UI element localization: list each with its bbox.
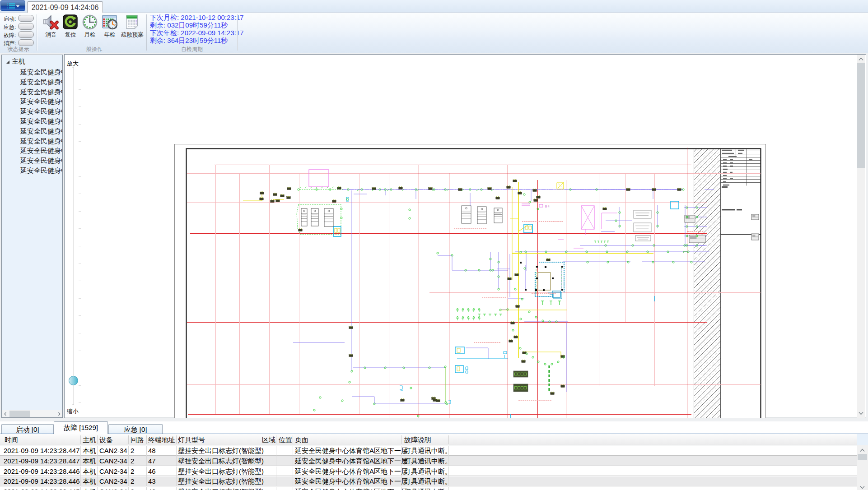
svg-text:0 4: 0 4 <box>545 205 550 208</box>
